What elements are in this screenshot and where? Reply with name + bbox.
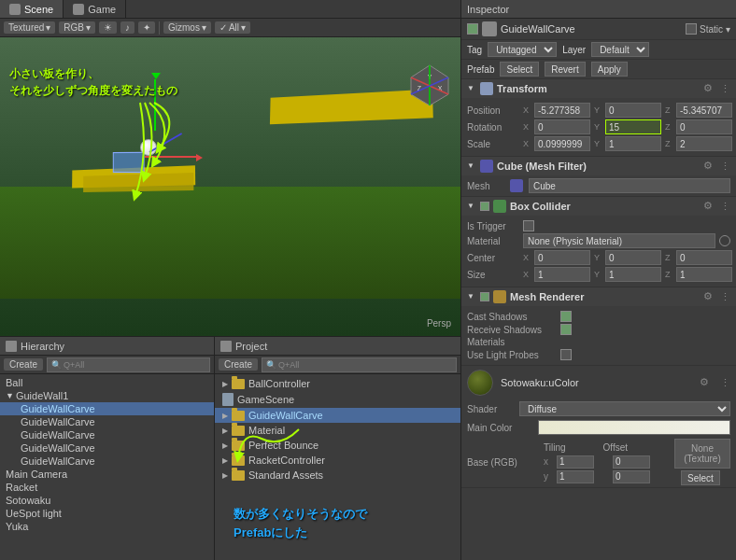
obj-active-checkbox[interactable]: [467, 23, 478, 35]
tab-scene[interactable]: Scene: [0, 0, 64, 18]
center-x-input[interactable]: [534, 250, 590, 265]
hierarchy-list: Ball ▼ GuideWall1 GuideWallCarve GuideWa…: [0, 374, 214, 560]
mesh-renderer-gear-icon[interactable]: ⚙: [703, 290, 716, 303]
receive-shadows-checkbox[interactable]: [560, 324, 572, 335]
size-row: Size X Y Z: [467, 267, 730, 282]
project-create-btn[interactable]: Create: [219, 358, 258, 371]
rot-z-input[interactable]: [676, 119, 732, 134]
is-trigger-row: Is Trigger: [467, 220, 730, 231]
center-z-input[interactable]: [676, 250, 732, 265]
hierarchy-item-guidewallcarve-0[interactable]: GuideWallCarve: [0, 402, 214, 415]
rot-x-group: X: [523, 119, 590, 134]
static-dropdown-icon[interactable]: ▾: [726, 24, 730, 35]
main-color-swatch[interactable]: [538, 420, 730, 435]
mesh-renderer-header[interactable]: ▼ Mesh Renderer ⚙ ⋮: [461, 287, 736, 306]
project-item-guidewallcarve[interactable]: ▶ GuideWallCarve: [215, 408, 460, 423]
hierarchy-item-guidewallcarve-1[interactable]: GuideWallCarve: [0, 415, 214, 428]
tiling-header: Tiling: [544, 442, 566, 453]
project-item-racketcontroller[interactable]: ▶ RacketController: [215, 453, 460, 468]
hierarchy-item-guidewallcarve-4[interactable]: GuideWallCarve: [0, 455, 214, 468]
lighting-button[interactable]: ☀: [99, 21, 117, 34]
prefab-apply-btn[interactable]: Apply: [591, 62, 628, 77]
size-y-input[interactable]: [605, 267, 661, 282]
mesh-filter-more-icon[interactable]: ⋮: [720, 161, 730, 173]
prefab-revert-btn[interactable]: Revert: [545, 62, 585, 77]
layer-select[interactable]: Default: [591, 42, 649, 57]
racket-label: Racket: [6, 482, 37, 493]
material-more-icon[interactable]: ⋮: [720, 377, 730, 389]
hierarchy-item-sotowaku[interactable]: Sotowaku: [0, 494, 214, 507]
scale-y-input[interactable]: [605, 136, 661, 151]
textured-dropdown[interactable]: Textured ▾: [4, 21, 55, 34]
tiling-x-input[interactable]: [557, 455, 594, 469]
is-trigger-checkbox[interactable]: [523, 220, 534, 231]
shader-select[interactable]: Diffuse: [519, 401, 730, 416]
mesh-value-input[interactable]: [529, 178, 730, 193]
prefab-select-btn[interactable]: Select: [500, 62, 539, 77]
scale-z-input[interactable]: [676, 136, 732, 151]
mesh-filter-gear-icon[interactable]: ⚙: [703, 160, 716, 173]
center-y-input[interactable]: [605, 250, 661, 265]
static-checkbox[interactable]: [686, 23, 697, 35]
mesh-renderer-more-icon[interactable]: ⋮: [720, 291, 730, 303]
material-label: Material: [248, 425, 285, 436]
pos-x-input[interactable]: [534, 103, 590, 118]
use-light-probes-checkbox[interactable]: [560, 349, 572, 360]
navigation-cube[interactable]: Y X Z: [406, 61, 453, 107]
pos-z-input[interactable]: [676, 103, 732, 118]
rot-x-input[interactable]: [534, 119, 590, 134]
offset-y-input[interactable]: [613, 470, 650, 483]
hierarchy-create-btn[interactable]: Create: [4, 358, 43, 371]
scene-view[interactable]: Y X Z Persp 小さい板を作り、 それを少しずつ角度を変えたもの: [0, 37, 460, 336]
transform-gear-icon[interactable]: ⚙: [703, 82, 716, 95]
hierarchy-item-guidewallcarve-3[interactable]: GuideWallCarve: [0, 441, 214, 455]
audio-button[interactable]: ♪: [120, 21, 134, 34]
texture-area: None(Texture) Select: [674, 439, 730, 485]
pos-y-input[interactable]: [605, 103, 661, 118]
folder-icon-sa: [232, 470, 245, 481]
material-gear-icon[interactable]: ⚙: [700, 376, 713, 389]
hierarchy-item-racket[interactable]: Racket: [0, 481, 214, 494]
rgb-dropdown[interactable]: RGB ▾: [59, 21, 95, 34]
scale-x-input[interactable]: [534, 136, 590, 151]
transform-header[interactable]: ▼ Transform ⚙ ⋮: [461, 79, 736, 98]
hierarchy-item-guidewallcarve-2[interactable]: GuideWallCarve: [0, 428, 214, 441]
cast-shadows-checkbox[interactable]: [560, 311, 572, 322]
hierarchy-item-ball[interactable]: Ball: [0, 376, 214, 389]
mesh-row: Mesh: [467, 178, 730, 193]
gizmos-dropdown[interactable]: Gizmos ▾: [163, 21, 211, 34]
triangle-icon-gwc: ▶: [222, 412, 228, 420]
tag-select[interactable]: Untagged: [488, 42, 557, 57]
transform-more-icon[interactable]: ⋮: [720, 83, 730, 95]
texture-select-btn[interactable]: Select: [681, 470, 720, 485]
rot-y-input[interactable]: [605, 119, 661, 134]
main-layout: Scene Game Textured ▾ RGB ▾ ☀ ♪ ✦ Gizmos: [0, 0, 736, 560]
hierarchy-item-maincamera[interactable]: Main Camera: [0, 468, 214, 481]
box-collider-header[interactable]: ▼ Box Collider ⚙ ⋮: [461, 197, 736, 216]
box-collider-more-icon[interactable]: ⋮: [720, 201, 730, 213]
project-item-standardassets[interactable]: ▶ Standard Assets: [215, 468, 460, 483]
mesh-filter-header[interactable]: ▼ Cube (Mesh Filter) ⚙ ⋮: [461, 157, 736, 175]
collider-material-input[interactable]: [523, 233, 715, 248]
tiling-y-input[interactable]: [557, 470, 594, 483]
tab-game[interactable]: Game: [64, 0, 126, 18]
project-item-perfectbounce[interactable]: ▶ Perfect Bounce: [215, 438, 460, 453]
offset-x-input[interactable]: [613, 455, 650, 469]
size-z-input[interactable]: [676, 267, 732, 282]
size-x-input[interactable]: [534, 267, 590, 282]
box-collider-active[interactable]: [480, 202, 489, 211]
project-item-ballcontroller[interactable]: ▶ BallController: [215, 376, 460, 391]
center-row: Center X Y Z: [467, 250, 730, 265]
collider-material-dot-icon[interactable]: [719, 235, 730, 246]
project-item-gamescene[interactable]: GameScene: [215, 391, 460, 408]
obj-name-field[interactable]: GuideWallCarve: [501, 23, 682, 35]
hierarchy-item-yuka[interactable]: Yuka: [0, 520, 214, 533]
inspector-header: Inspector: [461, 0, 736, 19]
hierarchy-item-uespot[interactable]: UeSpot light: [0, 507, 214, 520]
effects-button[interactable]: ✦: [138, 21, 155, 34]
project-item-material[interactable]: ▶ Material: [215, 423, 460, 438]
box-collider-gear-icon[interactable]: ⚙: [703, 200, 716, 213]
all-dropdown[interactable]: ✓ All ▾: [215, 21, 250, 34]
mesh-renderer-active[interactable]: [480, 292, 489, 301]
hierarchy-item-guidewall1[interactable]: ▼ GuideWall1: [0, 389, 214, 402]
